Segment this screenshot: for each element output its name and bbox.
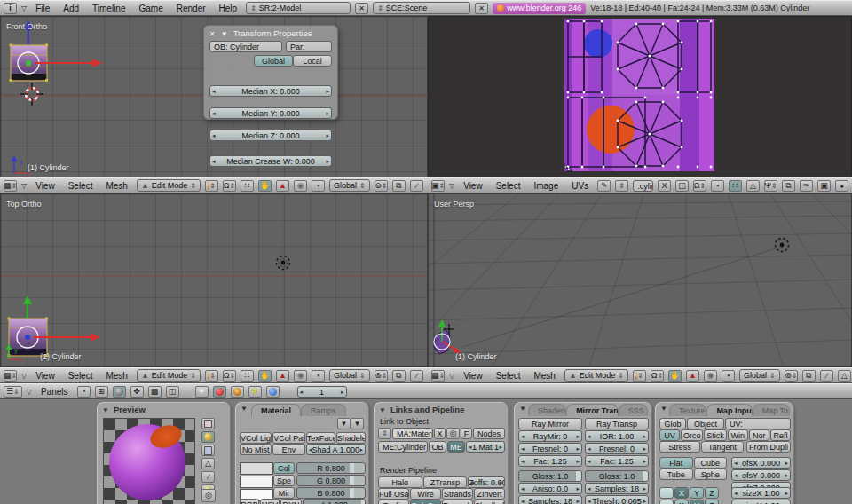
manipulator-z-dot[interactable] (25, 335, 30, 340)
nodes-button[interactable]: Nodes (473, 428, 505, 439)
fac-field[interactable]: Fac: 1.25 (585, 455, 649, 467)
image-close-button[interactable]: X (658, 180, 671, 192)
render-border-button[interactable] (820, 370, 833, 382)
fresnel-field[interactable]: Fresnel: 0 (585, 443, 649, 454)
manipulator-rotate[interactable] (294, 180, 307, 192)
collapse-icon[interactable] (519, 404, 526, 413)
viewport-top[interactable]: y x Top Ortho (1) Cylinder (0, 193, 428, 367)
snap-button[interactable] (241, 370, 254, 382)
traceable-button[interactable]: Traceable (442, 500, 473, 504)
axis-x-button[interactable]: X (674, 487, 689, 499)
shadbuf-button[interactable]: Shadbuf (474, 500, 505, 504)
texture-subcontext-button[interactable] (231, 386, 244, 398)
preview-hair-button[interactable] (201, 471, 215, 483)
mode-selector[interactable]: Edit Mode (564, 369, 628, 382)
screen-close-button[interactable] (355, 3, 368, 14)
from-dupli-button[interactable]: From Dupli (746, 441, 791, 453)
thresh-field[interactable]: Thresh: 0.005 (585, 495, 649, 504)
median-y-field[interactable]: Median Y: 0.000 (209, 107, 332, 119)
orco-button[interactable]: Orco (681, 429, 703, 441)
ofsx-field[interactable]: ofsX 0.000 (731, 457, 791, 469)
sync-selection-button[interactable] (729, 180, 742, 192)
render-border-button[interactable] (410, 180, 423, 192)
orientation-selector[interactable]: Global (329, 369, 370, 382)
texface-button[interactable]: TexFace (306, 432, 335, 444)
axis-none-button[interactable] (659, 487, 674, 499)
object-context-button[interactable] (130, 386, 144, 398)
axis-x-button[interactable]: X (674, 500, 689, 504)
editor-type-button[interactable] (4, 370, 17, 382)
menu-collapse-icon[interactable] (21, 371, 27, 380)
pivot-button[interactable] (223, 370, 236, 382)
gloss-slider[interactable]: Gloss: 1.0 (518, 470, 582, 482)
mirror-transp-panel[interactable]: Shaders Mirror Transp SSS Ray Mirror Ray… (513, 401, 652, 504)
samples-field[interactable]: Samples: 18 (518, 495, 582, 504)
mir-button[interactable]: Mir (273, 487, 295, 499)
orientation-selector[interactable]: Global (739, 369, 780, 382)
lamp-subcontext-button[interactable] (195, 386, 209, 398)
menu-collapse-icon[interactable] (21, 181, 27, 190)
manipulator-scale[interactable] (312, 370, 325, 382)
median-crease-field[interactable]: Median Crease W: 0.000 (209, 155, 332, 167)
preview-cube-button[interactable] (201, 445, 215, 456)
manipulator-y-dot[interactable] (26, 60, 31, 66)
render-border-button[interactable] (410, 370, 423, 382)
map-input-panel[interactable]: Texture Map Input Map To Glob Object UV:… (654, 401, 794, 504)
shading-context-button[interactable] (113, 386, 126, 398)
proportional-edit-button[interactable] (375, 180, 388, 192)
collapse-icon[interactable] (379, 406, 386, 414)
alpha-slider[interactable]: A 1.000 (303, 499, 366, 504)
menu-mesh[interactable]: Mesh (529, 371, 559, 381)
ior-field[interactable]: IOR: 1.00 (585, 430, 649, 442)
ztransp-button[interactable]: ZTransp (423, 476, 468, 488)
copy-material-button[interactable] (337, 418, 351, 429)
parent-field[interactable]: Par: (286, 41, 332, 52)
zoffs-field[interactable]: Zoffs: 0.00 (468, 476, 505, 488)
menu-image[interactable]: Image (529, 181, 563, 191)
menu-game[interactable]: Game (135, 4, 168, 13)
transform-properties-panel[interactable]: Transform Properties OB: Cylinder Par: G… (203, 25, 338, 120)
stick-button[interactable]: Stick (704, 429, 726, 441)
lock-button[interactable] (817, 180, 831, 192)
fake-user-button[interactable]: F (461, 428, 472, 439)
fresnel-field[interactable]: Fresnel: 0 (518, 443, 582, 454)
wire-button[interactable]: Wire (410, 488, 441, 500)
lamp-object[interactable] (462, 239, 789, 348)
uv-image-editor[interactable] (428, 16, 852, 177)
axis-z-button[interactable]: Z (705, 487, 719, 499)
tab-sss[interactable]: SSS (619, 404, 648, 416)
menu-render[interactable]: Render (172, 4, 210, 13)
tab-map-input[interactable]: Map Input (706, 404, 752, 416)
radio-button[interactable]: Radio (378, 500, 409, 504)
manipulator-toggle[interactable] (258, 370, 272, 382)
preview-sphere-button[interactable] (201, 431, 215, 443)
axis-y-button[interactable]: Y (690, 500, 704, 504)
halo-button[interactable]: Halo (378, 476, 422, 488)
spe-button[interactable]: Spe (273, 475, 295, 486)
preview-flat-button[interactable] (201, 418, 215, 429)
samples-field[interactable]: Samples: 18 (585, 483, 649, 494)
paint-button[interactable] (800, 180, 813, 192)
paste-material-button[interactable] (351, 418, 364, 429)
zinvert-button[interactable]: ZInvert (474, 488, 505, 500)
blender-version-badge[interactable]: www.blender.org 246 (493, 3, 586, 14)
shadeless-button[interactable]: Shadeles (336, 432, 366, 444)
tube-button[interactable]: Tube (659, 469, 693, 480)
object-button[interactable]: Object (687, 418, 724, 429)
orientation-selector[interactable]: Global (329, 179, 370, 192)
collapse-icon[interactable] (241, 404, 248, 413)
manipulator-translate[interactable] (686, 370, 699, 382)
pin-image-button[interactable] (597, 180, 611, 192)
logic-context-button[interactable] (77, 386, 91, 398)
manipulator-y-arrow[interactable] (23, 295, 32, 304)
diffuse-swatch[interactable] (240, 462, 273, 475)
menu-collapse-icon[interactable] (27, 387, 32, 396)
full-osa-button[interactable]: Full Osa (378, 488, 409, 500)
viewport-user[interactable]: User Persp (1) Cylinder (428, 193, 852, 367)
pivot-button[interactable] (223, 180, 236, 192)
material-index-field[interactable]: 1 Mat 1 (466, 441, 505, 453)
tab-texture[interactable]: Texture (669, 404, 706, 416)
preview-refresh-button[interactable] (201, 489, 216, 502)
editor-type-button[interactable] (431, 370, 445, 382)
record-button[interactable] (835, 180, 848, 192)
